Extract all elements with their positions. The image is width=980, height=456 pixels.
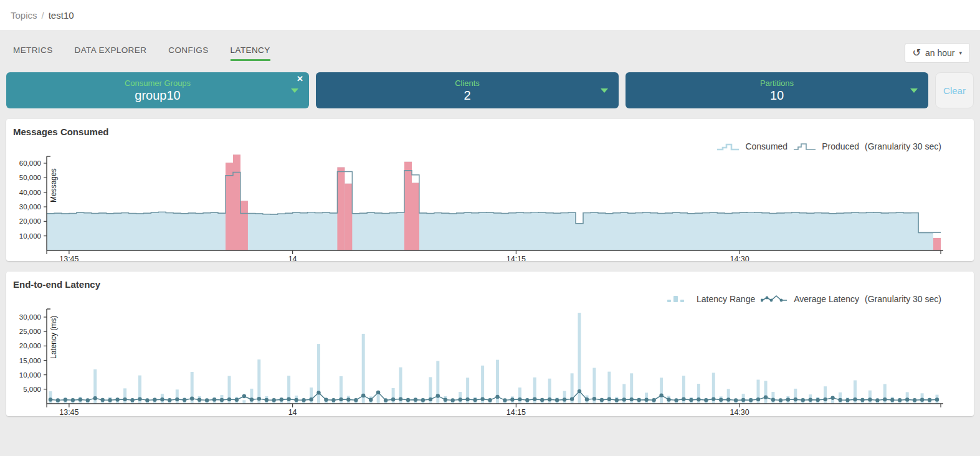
filter-consumer-groups[interactable]: Consumer Groupsgroup10✕ — [6, 72, 309, 108]
svg-text:14:30: 14:30 — [730, 255, 749, 261]
legend-label: Consumed — [745, 141, 787, 151]
svg-text:14: 14 — [288, 408, 297, 416]
svg-text:20,000: 20,000 — [19, 217, 41, 225]
tab-latency[interactable]: LATENCY — [231, 45, 270, 61]
tab-metrics[interactable]: METRICS — [13, 45, 53, 61]
svg-text:30,000: 30,000 — [19, 203, 41, 211]
legend-label: Latency Range — [697, 294, 755, 304]
average-latency-icon — [761, 294, 788, 304]
legend-label: Average Latency — [794, 294, 859, 304]
svg-text:25,000: 25,000 — [19, 328, 41, 335]
svg-text:Messages: Messages — [49, 168, 58, 202]
svg-text:40,000: 40,000 — [19, 189, 41, 196]
legend-label: Produced — [822, 141, 859, 151]
svg-text:10,000: 10,000 — [19, 232, 41, 240]
granularity-label: (Granularity 30 sec) — [865, 294, 941, 304]
produced-series-icon — [793, 142, 816, 151]
breadcrumb-current-topic: test10 — [49, 10, 74, 21]
svg-text:14:15: 14:15 — [507, 408, 526, 416]
svg-text:13:45: 13:45 — [59, 255, 78, 261]
chart-title: Messages Consumed — [6, 126, 974, 137]
tab-configs[interactable]: CONFIGS — [168, 45, 208, 61]
filter-label: Consumer Groups — [125, 78, 191, 88]
svg-text:5,000: 5,000 — [23, 386, 41, 393]
clear-filters-button[interactable]: Clear — [935, 72, 974, 108]
svg-text:14:15: 14:15 — [507, 255, 526, 261]
history-icon: ↺ — [913, 48, 921, 58]
filter-label: Clients — [455, 78, 480, 88]
filter-value: 10 — [770, 88, 784, 103]
svg-text:50,000: 50,000 — [19, 174, 41, 181]
svg-text:14: 14 — [288, 255, 297, 261]
tab-bar: METRICSDATA EXPLORERCONFIGSLATENCY — [13, 45, 270, 61]
svg-text:60,000: 60,000 — [19, 159, 41, 167]
tab-data-explorer[interactable]: DATA EXPLORER — [75, 45, 147, 61]
chevron-down-icon[interactable] — [601, 88, 608, 93]
end-to-end-latency-chart: 5,00010,00015,00020,00025,00030,00013:45… — [6, 304, 974, 416]
time-range-button[interactable]: ↺ an hour ▾ — [905, 43, 970, 63]
filter-clients[interactable]: Clients2 — [316, 72, 619, 108]
chevron-down-icon[interactable] — [291, 88, 298, 93]
close-icon[interactable]: ✕ — [297, 75, 303, 83]
chart-title: End-to-end Latency — [6, 279, 974, 290]
chevron-down-icon: ▾ — [959, 50, 962, 56]
svg-text:13:45: 13:45 — [59, 408, 78, 416]
svg-text:15,000: 15,000 — [19, 357, 41, 364]
svg-text:Latency (ms): Latency (ms) — [49, 316, 58, 359]
time-range-label: an hour — [925, 48, 954, 58]
svg-text:10,000: 10,000 — [19, 371, 41, 379]
svg-text:30,000: 30,000 — [19, 313, 41, 321]
filter-value: group10 — [135, 88, 180, 103]
filter-label: Partitions — [760, 78, 794, 88]
end-to-end-latency-card: End-to-end Latency Latency Range Average… — [6, 272, 974, 416]
svg-text:20,000: 20,000 — [19, 342, 41, 349]
granularity-label: (Granularity 30 sec) — [865, 141, 941, 151]
latency-range-icon — [666, 295, 691, 304]
filter-partitions[interactable]: Partitions10 — [626, 72, 928, 108]
messages-consumed-card: Messages Consumed Consumed Produced (Gra… — [6, 119, 974, 261]
filter-row: Consumer Groupsgroup10✕Clients2Partition… — [0, 63, 980, 108]
chart-legend: Latency Range Average Latency (Granulari… — [6, 294, 974, 304]
breadcrumb-separator: / — [42, 10, 44, 21]
tabs-row: METRICSDATA EXPLORERCONFIGSLATENCY ↺ an … — [0, 30, 980, 63]
chart-legend: Consumed Produced (Granularity 30 sec) — [6, 141, 974, 151]
filter-value: 2 — [464, 88, 470, 103]
breadcrumb: Topics / test10 — [0, 0, 980, 30]
svg-text:14:30: 14:30 — [730, 408, 749, 416]
messages-consumed-chart: 10,00020,00030,00040,00050,00060,00013:4… — [6, 151, 974, 261]
chevron-down-icon[interactable] — [910, 88, 918, 93]
breadcrumb-topics-link[interactable]: Topics — [11, 10, 37, 21]
consumed-series-icon — [716, 142, 740, 151]
